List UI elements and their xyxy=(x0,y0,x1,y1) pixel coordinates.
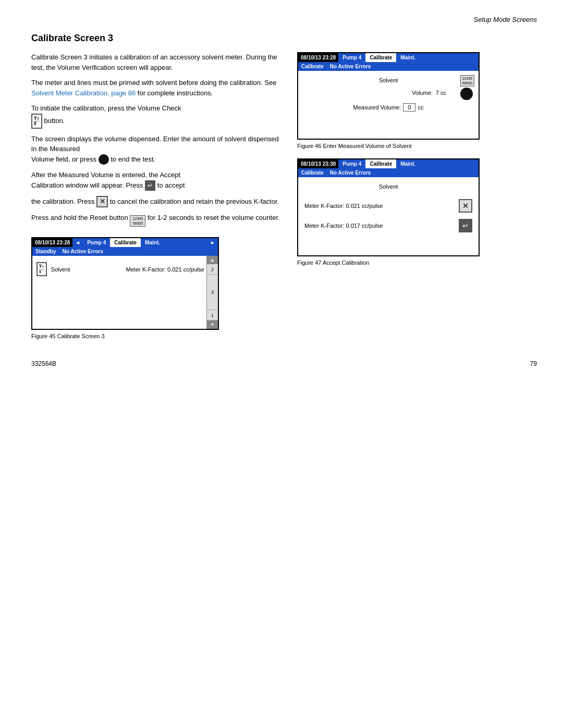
left-content: Calibrate Screen 3 initiates a calibrati… xyxy=(31,52,282,339)
fig47-kfactor1-label: Meter K-Factor: 0.021 cc/pulse xyxy=(304,203,383,209)
fig46-volume-row: Volume: 7 cc xyxy=(304,90,446,96)
cancel-x-icon[interactable]: ✕ xyxy=(96,196,108,207)
fig45-body: Y↑ V Solvent Meter K-Factor: 0.021 cc/pu… xyxy=(32,256,218,329)
fig45-back-arrow[interactable]: ◄ xyxy=(72,238,83,247)
fig46-subheader: Calibrate No Active Errors xyxy=(298,62,479,71)
fig46-timestamp: 08/10/13 23:28 xyxy=(298,53,338,62)
fig46-reset-icon: 12345 00000 xyxy=(460,75,474,100)
paragraph-2: The meter and lines must be primed with … xyxy=(31,78,282,98)
scroll-track-2: 2 xyxy=(207,264,218,275)
fig46-container: 08/10/13 23:28 Pump 4 Calibrate Maint. C… xyxy=(297,52,485,149)
fig46-volume-value: 7 cc xyxy=(436,90,446,96)
fig46-tab-maint[interactable]: Maint. xyxy=(396,53,420,62)
fig47-screen: 08/10/13 23:30 Pump 4 Calibrate Maint. C… xyxy=(297,158,480,256)
fig45-container: 08/10/13 23:28 ◄ Pump 4 Calibrate Maint.… xyxy=(31,237,282,339)
scroll-track-3: 3 xyxy=(207,275,218,310)
fig45-pump: Pump 4 xyxy=(83,238,110,247)
fig46-circle-btn[interactable] xyxy=(460,88,473,100)
page-title: Calibrate Screen 3 xyxy=(31,33,537,44)
fig46-caption: Figure 46 Enter Measured Volume of Solve… xyxy=(297,143,485,149)
fig46-body: Solvent 12345 00000 Volume: 7 xyxy=(298,71,479,139)
paragraph-5b: the calibration. Press ✕ to cancel the c… xyxy=(31,196,282,207)
fig47-accept-btn[interactable]: ↵ xyxy=(459,219,472,232)
header-title: Setup Mode Screens xyxy=(474,16,537,23)
fig45-timestamp: 08/10/13 23:28 xyxy=(32,238,72,247)
fig46-measured-input[interactable]: 0 xyxy=(403,103,415,112)
paragraph-5: After the Measured Volume is entered, th… xyxy=(31,170,282,191)
paragraph-1: Calibrate Screen 3 initiates a calibrati… xyxy=(31,52,282,72)
fig47-cancel-btn[interactable]: ✕ xyxy=(459,199,472,213)
doc-number: 332564B xyxy=(31,360,56,367)
scroll-down-arrow[interactable]: ▼ xyxy=(207,320,218,329)
scroll-track-1-bottom: 1 xyxy=(207,310,218,320)
fig45-tab-maint[interactable]: Maint. xyxy=(141,238,164,247)
fig46-volume-label: Volume: xyxy=(412,90,433,96)
fig47-header: 08/10/13 23:30 Pump 4 Calibrate Maint. xyxy=(298,159,479,168)
fig47-mode: Calibrate xyxy=(301,170,324,176)
fig46-screen: 08/10/13 23:28 Pump 4 Calibrate Maint. C… xyxy=(297,52,480,140)
fig45-row-label: Solvent xyxy=(51,266,70,273)
fig47-timestamp: 08/10/13 23:30 xyxy=(298,159,338,168)
volume-check-icon: Y↑ V xyxy=(31,114,42,129)
fig45-subheader: Standby No Active Errors xyxy=(32,247,218,256)
fig45-vol-icon: Y↑ V xyxy=(36,262,47,276)
fig46-measured-unit: cc xyxy=(418,104,423,110)
end-test-circle-icon[interactable] xyxy=(99,154,109,165)
page-header: Setup Mode Screens xyxy=(31,16,537,23)
fig45-forward-arrow[interactable]: ► xyxy=(207,238,218,247)
paragraph-6: Press and hold the Reset button 12345 00… xyxy=(31,213,282,227)
fig47-kfactor2-label: Meter K-Factor: 0.017 cc/pulse xyxy=(304,223,383,229)
fig45-scrollbar[interactable]: ▲ 2 3 1 ▼ xyxy=(206,256,218,329)
fig47-tab-calibrate[interactable]: Calibrate xyxy=(365,159,396,168)
fig45-kfactor: Meter K-Factor: 0.021 cc/pulse xyxy=(126,266,204,273)
scroll-up-arrow[interactable]: ▲ xyxy=(207,256,218,264)
right-content: 08/10/13 23:28 Pump 4 Calibrate Maint. C… xyxy=(297,52,485,266)
fig47-body: Solvent Meter K-Factor: 0.021 cc/pulse ✕… xyxy=(298,177,479,255)
fig45-mode: Standby xyxy=(35,249,56,254)
paragraph-3: To initiate the calibration, press the V… xyxy=(31,103,282,129)
fig46-measured-label: Measured Volume: xyxy=(353,104,401,110)
solvent-meter-link[interactable]: Solvent Meter Calibration, page 86 xyxy=(31,89,136,97)
fig47-subheader: Calibrate No Active Errors xyxy=(298,168,479,177)
fig47-caption: Figure 47 Accept Calibration xyxy=(297,260,485,266)
fig45-tab-calibrate[interactable]: Calibrate xyxy=(110,238,141,247)
fig47-container: 08/10/13 23:30 Pump 4 Calibrate Maint. C… xyxy=(297,158,485,266)
fig46-pump: Pump 4 xyxy=(338,53,365,62)
fig47-solvent: Solvent xyxy=(304,183,472,190)
fig45-screen: 08/10/13 23:28 ◄ Pump 4 Calibrate Maint.… xyxy=(31,237,219,330)
fig46-solvent: Solvent xyxy=(304,77,472,83)
fig46-measured-row: Measured Volume: 0 cc xyxy=(304,103,472,112)
fig45-header: 08/10/13 23:28 ◄ Pump 4 Calibrate Maint.… xyxy=(32,238,218,247)
fig46-mode: Calibrate xyxy=(301,64,324,69)
fig47-errors: No Active Errors xyxy=(330,170,371,176)
fig47-pump: Pump 4 xyxy=(338,159,365,168)
reset-button-icon: 12345 00000 xyxy=(130,215,145,227)
accept-enter-icon[interactable]: ↵ xyxy=(145,180,155,191)
page-footer: 332564B 79 xyxy=(31,360,537,367)
fig47-tab-maint[interactable]: Maint. xyxy=(396,159,420,168)
fig46-errors: No Active Errors xyxy=(330,64,371,69)
paragraph-4: The screen displays the volume dispensed… xyxy=(31,134,282,165)
fig46-tab-calibrate[interactable]: Calibrate xyxy=(365,53,396,62)
fig46-header: 08/10/13 23:28 Pump 4 Calibrate Maint. xyxy=(298,53,479,62)
page-number: 79 xyxy=(530,360,537,367)
fig47-kfactor1-row: Meter K-Factor: 0.021 cc/pulse ✕ xyxy=(304,199,472,213)
fig47-kfactor2-row: Meter K-Factor: 0.017 cc/pulse ↵ xyxy=(304,219,472,232)
fig45-errors: No Active Errors xyxy=(62,249,103,254)
fig45-caption: Figure 45 Calibrate Screen 3 xyxy=(31,333,282,339)
